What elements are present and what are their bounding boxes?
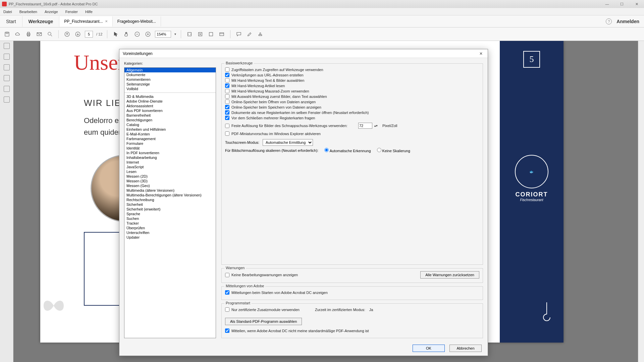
category-item[interactable]: Rechtschreibung <box>124 197 216 202</box>
category-item[interactable]: Identität <box>124 146 216 150</box>
cancel-button[interactable]: Abbrechen <box>449 345 482 352</box>
category-item[interactable]: Multimedia-Berechtigungen (ältere Versio… <box>124 193 216 197</box>
hand-icon[interactable] <box>123 31 130 38</box>
basic-option-checkbox[interactable] <box>225 89 229 93</box>
category-item[interactable]: Dokumente <box>124 72 216 77</box>
category-item[interactable]: Vollbild <box>124 86 216 91</box>
category-item[interactable]: Berechtigungen <box>124 118 216 122</box>
basic-option-checkbox[interactable] <box>225 73 229 77</box>
page-up-icon[interactable] <box>63 31 71 38</box>
category-item[interactable]: Einheiten und Hilfslinien <box>124 127 216 132</box>
close-icon[interactable]: ✕ <box>105 19 108 23</box>
category-item[interactable]: Sicherheit <box>124 202 216 207</box>
pages-panel-icon[interactable] <box>4 43 10 49</box>
layers-panel-icon[interactable] <box>4 86 10 92</box>
category-item[interactable]: Adobe Online-Dienste <box>124 99 216 104</box>
stamp-icon[interactable] <box>257 31 264 38</box>
thumbnail-preview-checkbox[interactable] <box>225 131 229 136</box>
menu-bearbeiten[interactable]: Bearbeiten <box>18 9 39 14</box>
adobe-messages-checkbox[interactable] <box>225 290 229 295</box>
scale-auto-radio[interactable] <box>324 148 329 152</box>
zoom-input[interactable] <box>155 31 171 38</box>
document-tab-1[interactable]: PP_Fischrestaurant... ✕ <box>59 16 112 26</box>
categories-list[interactable]: AllgemeinDokumenteKommentierenSeitenanze… <box>124 67 216 338</box>
save-icon[interactable] <box>3 31 11 38</box>
category-item[interactable]: Tracker <box>124 221 216 226</box>
category-item[interactable]: Kommentieren <box>124 77 216 82</box>
basic-option-checkbox[interactable] <box>225 94 229 99</box>
category-item[interactable]: Formulare <box>124 141 216 146</box>
close-window-button[interactable]: ✕ <box>629 0 644 8</box>
basic-option-checkbox[interactable] <box>225 105 229 109</box>
menu-datei[interactable]: Datei <box>2 9 13 14</box>
highlight-icon[interactable] <box>246 31 253 38</box>
basic-option-checkbox[interactable] <box>225 110 229 115</box>
category-item[interactable]: Suchen <box>124 216 216 221</box>
zoom-in-icon[interactable] <box>144 31 152 38</box>
category-item[interactable]: Messen (Geo) <box>124 183 216 188</box>
category-item[interactable]: Aus PDF konvertieren <box>124 108 216 113</box>
category-item[interactable]: In PDF konvertieren <box>124 150 216 155</box>
search-icon[interactable] <box>46 31 54 38</box>
scale-none-radio[interactable] <box>377 148 381 152</box>
ok-button[interactable]: OK <box>413 345 445 352</box>
mail-icon[interactable] <box>36 31 43 38</box>
fullscreen-icon[interactable] <box>207 31 215 38</box>
bookmarks-panel-icon[interactable] <box>4 54 10 60</box>
maximize-button[interactable]: ☐ <box>614 0 629 8</box>
category-item[interactable]: Überprüfen <box>124 226 216 230</box>
cloud-icon[interactable] <box>14 31 21 38</box>
attachments-panel-icon[interactable] <box>4 75 10 81</box>
zoom-chevron-icon[interactable]: ▾ <box>174 32 176 36</box>
minimize-button[interactable]: — <box>600 0 614 8</box>
touchscreen-mode-select[interactable]: Automatische Ermittlung <box>263 139 313 146</box>
category-item[interactable]: Allgemein <box>124 68 216 72</box>
category-item[interactable]: Catalog <box>124 122 216 127</box>
category-item[interactable]: Sprache <box>124 212 216 216</box>
document-tab-2[interactable]: Fragebogen-Websit... <box>113 16 161 26</box>
basic-option-checkbox[interactable] <box>225 116 229 120</box>
basic-option-checkbox[interactable] <box>225 100 229 104</box>
share-panel-icon[interactable] <box>4 97 10 103</box>
category-item[interactable]: Seitenanzeige <box>124 82 216 86</box>
page-number-input[interactable] <box>85 31 93 38</box>
category-item[interactable]: Sicherheit (erweitert) <box>124 207 216 212</box>
category-item[interactable]: Inhaltsbearbeitung <box>124 155 216 160</box>
zoom-out-icon[interactable] <box>133 31 141 38</box>
help-icon[interactable]: ? <box>606 18 612 24</box>
category-item[interactable]: Barrierefreiheit <box>124 113 216 118</box>
notify-default-checkbox[interactable] <box>225 328 229 333</box>
category-item[interactable]: Lesen <box>124 169 216 174</box>
category-item[interactable]: Multimedia (ältere Versionen) <box>124 188 216 193</box>
menu-fenster[interactable]: Fenster <box>64 9 79 14</box>
category-item[interactable]: Farbmanagement <box>124 136 216 141</box>
reset-warnings-button[interactable]: Alle Warnungen zurücksetzen <box>420 271 479 279</box>
tools-tab[interactable]: Werkzeuge <box>22 16 60 27</box>
fit-width-icon[interactable] <box>186 31 193 38</box>
category-item[interactable]: JavaScript <box>124 165 216 169</box>
category-item[interactable]: Unterschriften <box>124 230 216 235</box>
signatures-panel-icon[interactable] <box>4 64 10 70</box>
dialog-close-button[interactable]: ✕ <box>478 50 484 57</box>
read-mode-icon[interactable] <box>218 31 225 38</box>
menu-hilfe[interactable]: Hilfe <box>84 9 94 14</box>
certified-plugins-checkbox[interactable] <box>225 307 229 312</box>
category-item[interactable]: Messen (2D) <box>124 174 216 179</box>
category-item[interactable]: 3D & Multimedia <box>124 94 216 99</box>
category-item[interactable]: Aktionsassistent <box>124 104 216 108</box>
signin-link[interactable]: Anmelden <box>616 19 639 24</box>
menu-anzeige[interactable]: Anzeige <box>43 9 59 14</box>
fixed-resolution-input[interactable] <box>358 123 372 129</box>
cursor-icon[interactable] <box>112 31 119 38</box>
basic-option-checkbox[interactable] <box>225 83 229 88</box>
print-icon[interactable] <box>25 31 32 38</box>
no-edit-warnings-checkbox[interactable] <box>225 273 229 277</box>
basic-option-checkbox[interactable] <box>225 67 229 72</box>
default-pdf-program-button[interactable]: Als Standard-PDF-Programm auswählen <box>225 318 302 325</box>
fixed-resolution-checkbox[interactable] <box>225 124 229 128</box>
category-item[interactable]: Updater <box>124 235 216 240</box>
page-down-icon[interactable] <box>74 31 82 38</box>
category-item[interactable]: Internet <box>124 160 216 165</box>
basic-option-checkbox[interactable] <box>225 78 229 82</box>
start-tab[interactable]: Start <box>0 16 22 27</box>
